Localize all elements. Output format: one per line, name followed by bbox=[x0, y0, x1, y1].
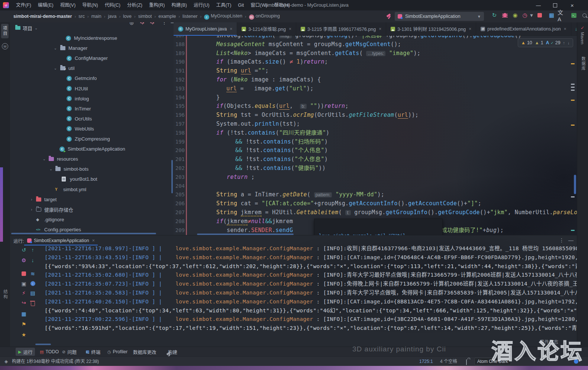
breadcrumb-item[interactable]: listener bbox=[182, 14, 197, 19]
editor-tab[interactable]: CMyGroupListen.java× bbox=[174, 22, 237, 35]
editor-tab[interactable]: 3-1214张维聪.png× bbox=[237, 22, 296, 35]
chevron-icon[interactable]: ⌄ bbox=[53, 66, 58, 70]
bottom-tab-问题[interactable]: ⊘问题 bbox=[59, 348, 79, 356]
close-icon[interactable]: × bbox=[92, 238, 95, 243]
tree-item[interactable]: ›健康码存储仓 bbox=[10, 205, 174, 215]
grid-icon[interactable]: ▦ bbox=[547, 10, 556, 20]
tree-item[interactable]: CMyIncidentresponse bbox=[10, 33, 174, 43]
tree-item[interactable]: CConfigManager bbox=[10, 53, 174, 63]
bottom-tab-数据库更改[interactable]: 数据库更改 bbox=[129, 348, 159, 356]
editor-tab[interactable]: 3-1301 钟利财 13219425006.png× bbox=[386, 22, 476, 35]
search-icon[interactable] bbox=[580, 10, 588, 20]
breadcrumb-item[interactable]: love bbox=[123, 14, 132, 19]
tree-item[interactable]: ⌄simbot-bots bbox=[10, 164, 174, 174]
editor-area[interactable]: 1871881891901911921931941951961971981992… bbox=[174, 22, 577, 235]
sidebar-item-database[interactable]: 数据库 bbox=[580, 57, 586, 71]
hide-panel-icon[interactable]: — bbox=[568, 237, 574, 244]
console-hscrollbar[interactable] bbox=[35, 344, 51, 345]
coverage-icon[interactable]: ◉ bbox=[511, 10, 520, 20]
breadcrumb-item[interactable]: simbot-mirai-demo-master bbox=[13, 14, 72, 19]
tab-overflow-icon[interactable]: ↓ bbox=[571, 22, 577, 35]
breadcrumb-item[interactable]: main bbox=[91, 14, 101, 19]
tree-item[interactable]: CWebUtils bbox=[10, 124, 174, 134]
menu-item-文件F[interactable]: 文件(F) bbox=[13, 0, 35, 10]
prev-occurrence-icon[interactable]: ↑ bbox=[29, 247, 36, 253]
profiler-dropdown-icon[interactable]: ▾ bbox=[527, 10, 536, 20]
menu-item-编辑E[interactable]: 编辑(E) bbox=[35, 0, 57, 10]
next-occurrence-icon[interactable]: ↓ bbox=[29, 257, 36, 264]
close-icon[interactable]: × bbox=[289, 26, 291, 32]
hide-panel-icon[interactable]: — bbox=[170, 22, 174, 26]
editor-hscrollbar[interactable] bbox=[197, 234, 294, 235]
m-tool-icon[interactable]: M bbox=[2, 43, 8, 49]
menu-item-分析Z[interactable]: 分析(Z) bbox=[124, 0, 146, 10]
terminal-run-icon[interactable]: >_ bbox=[569, 10, 578, 20]
tree-item[interactable]: ◆.gitignore bbox=[10, 215, 174, 225]
soft-wrap-icon[interactable]: ≋ bbox=[29, 270, 36, 277]
tree-item[interactable]: Cinfolog bbox=[10, 94, 174, 104]
minimize-button[interactable]: — bbox=[530, 0, 547, 10]
menu-item-代码C[interactable]: 代码(C) bbox=[101, 0, 124, 10]
collapse-all-icon[interactable]: ⇄ bbox=[148, 22, 157, 27]
project-hscrollbar[interactable] bbox=[11, 233, 156, 234]
scroll-to-end-icon[interactable]: ↓ bbox=[29, 280, 36, 287]
popup-class-path[interactable]: love.simbot.example.util.H2Util bbox=[319, 233, 442, 235]
menu-item-工具T[interactable]: 工具(T) bbox=[213, 0, 235, 10]
tree-item[interactable]: COcrUtils bbox=[10, 114, 174, 124]
menu-item-视图V[interactable]: 视图(V) bbox=[57, 0, 79, 10]
editor-tab[interactable]: @predefinedExternalAnnotations.json× bbox=[476, 22, 571, 35]
tree-item[interactable]: ⌄resources bbox=[10, 154, 174, 164]
project-panel-title[interactable]: 项目 bbox=[23, 25, 32, 32]
breadcrumb-item[interactable]: simbot bbox=[138, 14, 152, 19]
bottom-tab-TODO[interactable]: ▤TODO bbox=[37, 348, 61, 356]
layout-icon[interactable]: ▦ bbox=[20, 311, 27, 317]
thread-dump-icon[interactable]: ▣ bbox=[20, 280, 27, 287]
expand-all-icon[interactable]: ⇄ bbox=[138, 22, 147, 27]
tree-item[interactable]: ⌄Manager bbox=[10, 43, 174, 53]
tree-item[interactable]: CH2Util bbox=[10, 84, 174, 94]
breadcrumb-item[interactable]: java bbox=[108, 14, 116, 19]
next-problem-icon[interactable]: ↓ bbox=[568, 41, 570, 45]
chevron-icon[interactable]: › bbox=[29, 207, 34, 212]
breadcrumb-item[interactable]: src bbox=[78, 14, 85, 19]
lock-icon[interactable] bbox=[466, 357, 467, 367]
tree-item[interactable]: ⌄util bbox=[10, 63, 174, 73]
status-message[interactable]: 构建在 1秒348毫秒 中成功完成 (昨天 22:38) bbox=[12, 357, 99, 366]
rerun-icon[interactable]: ↺ bbox=[20, 247, 27, 253]
pin-icon[interactable]: ⚑ bbox=[20, 321, 27, 328]
editor-vscrollbar[interactable] bbox=[574, 175, 576, 194]
bottom-tab-运行[interactable]: ▶运行 bbox=[16, 348, 35, 356]
print-icon[interactable]: ▤ bbox=[29, 290, 36, 296]
caret-position[interactable]: 1725:1 bbox=[419, 357, 433, 366]
sidebar-item-structure[interactable]: 结构 bbox=[2, 289, 8, 299]
chevron-icon[interactable]: ⌄ bbox=[53, 46, 58, 50]
more-icon[interactable]: ⋮ bbox=[161, 22, 168, 26]
close-icon[interactable]: × bbox=[379, 26, 381, 32]
clear-all-icon[interactable] bbox=[29, 300, 36, 307]
editor-tab[interactable]: 3-1215 李雨晨 19961774576.png× bbox=[296, 22, 386, 35]
more-icon[interactable]: ⋮ bbox=[558, 237, 565, 244]
translate-icon[interactable]: 文A bbox=[558, 10, 566, 20]
tree-item[interactable]: CZipCompressing bbox=[10, 134, 174, 144]
bottom-tab-终端[interactable]: >_终端 bbox=[83, 348, 103, 356]
menu-item-Git[interactable]: Git bbox=[235, 0, 247, 10]
locate-icon[interactable]: ◎ bbox=[128, 22, 135, 26]
chevron-down-icon[interactable]: ⌄ bbox=[35, 26, 38, 30]
rerun-icon[interactable]: ↻ bbox=[490, 10, 499, 20]
menu-item-导航N[interactable]: 导航(N) bbox=[79, 0, 101, 10]
favorite-icon[interactable]: ★ bbox=[20, 331, 27, 338]
breadcrumb-item[interactable]: example bbox=[158, 14, 176, 19]
debug-icon[interactable] bbox=[500, 10, 509, 20]
menu-item-运行U[interactable]: 运行(U) bbox=[190, 0, 213, 10]
build-hammer-icon[interactable] bbox=[384, 12, 393, 21]
exit-icon[interactable]: ↪ bbox=[20, 299, 27, 306]
inspections-widget[interactable]: ▲10 ▲1 A✓29 ↑ ↓ bbox=[518, 38, 573, 47]
close-icon[interactable]: × bbox=[230, 26, 232, 32]
tree-item[interactable]: CGetmcinfo bbox=[10, 73, 174, 83]
tree-item[interactable]: ›target bbox=[10, 194, 174, 205]
bottom-tab-构建[interactable]: 构建 bbox=[164, 348, 180, 356]
project-vscrollbar[interactable] bbox=[171, 160, 173, 193]
chevron-icon[interactable]: ⌄ bbox=[49, 167, 53, 171]
settings-icon[interactable]: ⚙ bbox=[20, 257, 27, 264]
sidebar-item-project[interactable]: 项目 bbox=[1, 24, 9, 38]
